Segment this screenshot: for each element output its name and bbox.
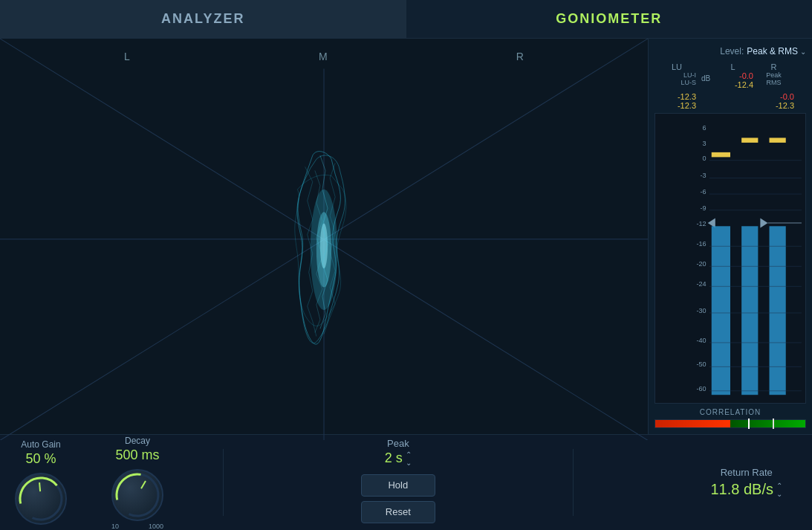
level-selector[interactable]: Peak & RMS ⌄ (747, 46, 806, 56)
svg-rect-27 (741, 226, 758, 395)
auto-gain-knob[interactable] (15, 473, 67, 525)
bar-meter-svg: 6 3 0 -3 -6 -9 -12 -16 -20 -24 -30 -40 -… (655, 114, 805, 403)
return-rate-section: Return Rate 11.8 dB/s ⌃⌄ (710, 467, 782, 498)
svg-point-43 (15, 473, 67, 525)
svg-point-45 (111, 469, 163, 521)
peak-value-display: 2 s ⌃⌄ (385, 450, 412, 467)
svg-point-46 (111, 469, 163, 521)
hold-button-label: Hold (388, 479, 408, 491)
correlation-green (730, 420, 805, 427)
svg-rect-26 (712, 152, 730, 157)
goniometer-display (0, 39, 648, 440)
panel-divider-2 (573, 449, 574, 516)
peak-label: Peak (766, 71, 782, 79)
svg-text:-40: -40 (697, 336, 707, 344)
svg-line-47 (141, 480, 146, 488)
l-peak-value: -0.0 (739, 71, 753, 80)
correlation-bar (655, 419, 806, 428)
reset-button[interactable]: Reset (361, 501, 435, 523)
svg-text:3: 3 (703, 139, 707, 147)
bar-meter: 6 3 0 -3 -6 -9 -12 -16 -20 -24 -30 -40 -… (655, 113, 806, 404)
return-rate-label: Return Rate (721, 467, 773, 478)
decay-scale-min: 10 (111, 523, 119, 530)
return-rate-chevron-icon: ⌃⌄ (776, 482, 782, 498)
decay-scale: 10 1000 (111, 523, 163, 530)
lus-value: -12.3 (678, 101, 696, 110)
svg-text:-12: -12 (697, 219, 707, 227)
svg-text:-9: -9 (701, 203, 707, 211)
bottom-controls: Auto Gain 50 % Decay 500 ms (0, 435, 812, 530)
lu-values: -12.3 -12.3 (655, 92, 699, 110)
tab-goniometer-label: GONIOMETER (556, 11, 662, 27)
svg-text:-6: -6 (701, 187, 707, 195)
svg-text:-16: -16 (697, 239, 707, 248)
lu-col-header: LU (655, 62, 699, 71)
svg-point-42 (15, 473, 67, 525)
correlation-section: CORRELATION (655, 408, 806, 428)
lui-value: -12.3 (678, 92, 696, 101)
level-selector-text: Peak & RMS (747, 46, 798, 56)
decay-scale-max: 1000 (149, 523, 163, 530)
return-rate-value: 11.8 dB/s (710, 481, 773, 498)
level-label: Level: (720, 46, 744, 56)
svg-text:0: 0 (703, 153, 707, 161)
svg-rect-29 (770, 226, 786, 395)
svg-text:-30: -30 (697, 306, 707, 314)
r-col-header: R (753, 62, 794, 71)
chevron-down-icon: ⌄ (800, 48, 806, 56)
main-area: L M R (0, 39, 812, 435)
peak-chevron-icon: ⌃⌄ (406, 450, 412, 467)
svg-rect-30 (770, 138, 786, 142)
auto-gain-group: Auto Gain 50 % (15, 439, 67, 526)
right-panel: Level: Peak & RMS ⌄ LU L R LU-I LU-S dB … (649, 39, 812, 434)
r-rms-value: -12.3 (776, 101, 794, 110)
svg-rect-25 (712, 226, 730, 395)
peak-section: Peak 2 s ⌃⌄ Hold Reset (361, 438, 435, 528)
tab-analyzer[interactable]: ANALYZER (0, 0, 406, 38)
auto-gain-label: Auto Gain (21, 439, 60, 450)
decay-knob-svg (111, 469, 163, 521)
reset-button-label: Reset (386, 506, 411, 517)
correlation-marker-2 (773, 418, 774, 429)
svg-rect-28 (741, 138, 758, 142)
auto-gain-knob-svg (15, 473, 67, 525)
correlation-red (655, 420, 730, 427)
r-values: -0.0 -12.3 (753, 92, 794, 110)
decay-knob[interactable] (111, 469, 163, 521)
tab-goniometer[interactable]: GONIOMETER (406, 0, 813, 38)
header: ANALYZER GONIOMETER (0, 0, 812, 39)
correlation-marker-1 (748, 418, 750, 429)
panel-divider-1 (223, 449, 224, 516)
hold-button[interactable]: Hold (361, 474, 435, 497)
r-peak-value: -0.0 (780, 92, 794, 101)
return-rate-value-display[interactable]: 11.8 dB/s ⌃⌄ (710, 481, 782, 498)
svg-text:-24: -24 (697, 279, 707, 288)
correlation-label: CORRELATION (655, 408, 806, 416)
decay-value: 500 ms (115, 447, 159, 463)
svg-text:-3: -3 (701, 171, 707, 179)
svg-text:-60: -60 (697, 384, 707, 392)
decay-group: Decay 500 ms 10 1000 (111, 436, 163, 530)
auto-gain-value: 50 % (25, 451, 56, 467)
svg-text:-20: -20 (697, 259, 707, 268)
peak-value-text: 2 s (385, 450, 403, 466)
lui-label: LU-I (683, 71, 696, 79)
analyzer-panel: L M R (0, 39, 649, 434)
svg-line-44 (39, 482, 40, 491)
svg-text:6: 6 (703, 123, 707, 131)
l-col-header: L (712, 62, 753, 71)
level-header: Level: Peak & RMS ⌄ (655, 46, 806, 56)
tab-analyzer-label: ANALYZER (161, 11, 244, 27)
svg-text:-50: -50 (697, 360, 707, 368)
